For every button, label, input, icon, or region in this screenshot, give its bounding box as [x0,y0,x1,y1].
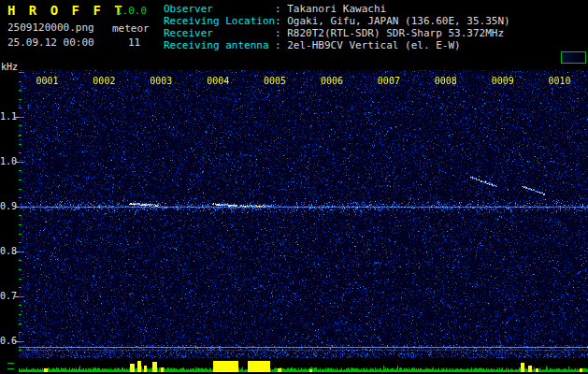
observer-label: Observer [164,3,275,15]
antenna-value: 2el-HB9CV Vertical (el. E-W) [287,39,460,51]
separator: : [275,15,287,27]
freq-axis-unit: kHz [1,62,18,72]
signal-level-strip [19,360,588,372]
hrofft-window: H R O F F T 1.0.0 2509120000.png meteor … [0,0,588,374]
separator: : [275,27,287,39]
time-tick-label: 0010 [549,76,571,86]
location-value: Ogaki, Gifu, JAPAN (136.60E, 35.35N) [287,15,509,27]
time-tick-label: 0002 [93,76,115,86]
info-row-receiver: Receiver: R820T2(RTL-SDR) SDR-Sharp 53.3… [164,27,504,39]
observer-value: Takanori Kawachi [287,3,386,15]
observation-start-datetime: 25.09.12 00:00 [7,36,94,49]
time-tick-label: 0009 [492,76,514,86]
freq-tick-label: 0.9 [0,201,14,211]
receiver-label: Receiver [164,27,275,39]
freq-tick-dash [15,117,19,118]
freq-tick-dash [15,296,19,297]
time-tick-label: 0007 [378,76,400,86]
receiver-value: R820T2(RTL-SDR) SDR-Sharp 53.372MHz [287,27,504,39]
spectrogram-canvas [19,70,588,358]
separator: : [275,39,287,51]
time-tick-label: 0006 [321,76,343,86]
time-tick-label: 0008 [435,76,457,86]
freq-tick-dash [15,341,19,342]
freq-tick-dash [15,162,19,163]
separator: : [275,3,287,15]
antenna-label: Receiving antenna [164,39,275,51]
intensity-scale-box [561,51,586,64]
time-tick-label: 0004 [207,76,229,86]
echo-count: 11 [128,36,140,49]
freq-tick-label: 0.7 [0,291,14,301]
freq-tick-label: 1.0 [0,156,14,166]
level-scale-tick [7,368,14,369]
freq-tick-label: 0.8 [0,246,14,256]
time-tick-label: 0005 [264,76,286,86]
output-filename: 2509120000.png [7,22,94,34]
freq-tick-dash [15,252,19,252]
freq-tick-dash [15,207,19,208]
info-row-antenna: Receiving antenna: 2el-HB9CV Vertical (e… [164,39,461,51]
app-version: 1.0.0 [116,5,147,17]
info-row-location: Receiving Location: Ogaki, Gifu, JAPAN (… [164,15,510,27]
location-label: Receiving Location [164,15,275,27]
freq-tick-label: 1.1 [0,111,14,122]
time-tick-label: 0001 [36,76,58,86]
app-title: H R O F F T [7,3,125,18]
info-row-observer: Observer: Takanori Kawachi [164,3,386,15]
mode-label: meteor [112,22,150,35]
time-tick-label: 0003 [150,76,172,86]
level-scale-tick [7,363,14,364]
freq-tick-label: 0.6 [0,336,14,346]
